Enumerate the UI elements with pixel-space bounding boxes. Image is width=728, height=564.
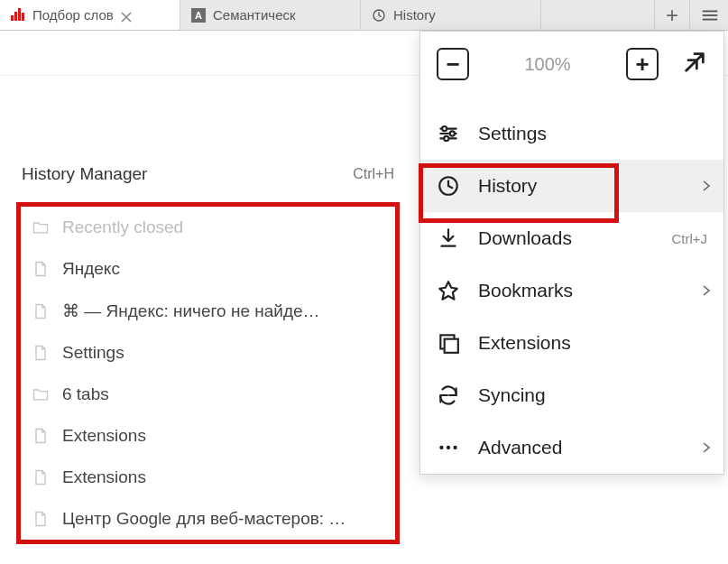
history-panel: History Manager Ctrl+H Recently closedЯн… [16,153,400,544]
history-item[interactable]: Settings [21,332,395,374]
history-item[interactable]: 6 tabs [21,374,395,415]
history-item[interactable]: ⌘ — Яндекс: ничего не найде… [21,290,395,332]
chevron-right-icon [702,175,711,197]
history-item[interactable]: Extensions [21,415,395,457]
history-item-label: Settings [62,343,124,363]
syncing-icon [437,384,460,407]
tab-strip: Подбор слов A Семантическ History + [0,0,728,31]
svg-point-11 [447,446,450,449]
svg-point-10 [439,446,443,449]
page-icon [32,427,50,445]
bookmarks-icon [437,279,460,302]
advanced-icon [437,436,460,459]
svg-point-5 [450,131,455,135]
close-icon[interactable] [121,10,132,21]
svg-point-12 [453,446,456,449]
menu-item-label: Settings [478,123,547,144]
zoom-row: − 100% + [420,32,723,107]
browser-tab[interactable]: A Семантическ [180,0,361,30]
history-item-label: 6 tabs [62,384,109,404]
history-panel-shortcut: Ctrl+H [353,166,394,182]
history-item-label: Extensions [62,426,146,446]
menu-item-label: History [478,175,537,197]
svg-point-6 [444,136,448,141]
svg-point-4 [442,126,447,131]
menu-item-syncing[interactable]: Syncing [420,369,723,421]
page-icon [32,260,50,278]
annotation-box: Recently closedЯндекс⌘ — Яндекс: ничего … [16,202,400,544]
menu-item-label: Extensions [478,332,571,354]
browser-tab[interactable]: Подбор слов [0,0,180,30]
main-menu: − 100% + SettingsHistoryDownloadsCtrl+JB… [419,31,724,475]
zoom-out-button[interactable]: − [437,48,469,80]
history-item-label: ⌘ — Яндекс: ничего не найде… [62,300,320,321]
svg-rect-1 [703,10,718,12]
menu-item-label: Bookmarks [478,280,573,301]
tab-label: History [393,7,436,23]
history-item-label: Центр Google для веб-мастеров: … [62,509,346,529]
menu-item-history[interactable]: History [420,160,723,212]
history-item-label: Extensions [62,467,146,487]
page-icon [32,344,50,362]
page-icon [32,468,50,486]
menu-item-extensions[interactable]: Extensions [420,317,723,369]
menu-item-settings[interactable]: Settings [420,107,723,160]
tab-label: Семантическ [213,7,296,23]
tab-label: Подбор слов [32,7,114,23]
settings-icon [437,122,460,145]
menu-item-label: Advanced [478,437,562,458]
menu-item-advanced[interactable]: Advanced [420,421,723,474]
menu-item-bookmarks[interactable]: Bookmarks [420,264,723,317]
zoom-level: 100% [524,54,570,75]
svg-rect-2 [703,14,718,16]
menu-item-downloads[interactable]: DownloadsCtrl+J [420,212,723,264]
history-item[interactable]: Extensions [21,457,395,498]
fullscreen-icon[interactable] [682,50,707,79]
menu-item-shortcut: Ctrl+J [671,231,707,246]
folder-icon [32,218,50,236]
chevron-right-icon [702,437,711,458]
menu-item-label: Syncing [478,384,546,406]
page-icon [32,510,50,528]
history-item[interactable]: Яндекс [21,248,395,290]
zoom-in-button[interactable]: + [626,48,659,80]
browser-tab[interactable]: History [361,0,541,30]
main-menu-button[interactable] [692,0,728,30]
history-item[interactable]: Recently closed [21,207,395,248]
svg-rect-3 [703,18,718,20]
svg-rect-9 [445,339,458,353]
history-panel-title: History Manager [22,164,147,184]
history-item-label: Recently closed [62,217,183,237]
bars-icon [11,8,25,23]
history-item[interactable]: Центр Google для веб-мастеров: … [21,498,395,540]
extensions-icon [437,331,460,355]
new-tab-button[interactable]: + [654,0,690,30]
history-item-label: Яндекс [62,259,120,279]
letter-a-icon: A [191,8,206,23]
chevron-right-icon [702,280,711,301]
folder-icon [32,385,50,403]
history-icon [437,174,460,198]
clock-icon [372,8,386,23]
downloads-icon [437,227,460,250]
page-icon [32,302,50,320]
menu-item-label: Downloads [478,227,572,249]
